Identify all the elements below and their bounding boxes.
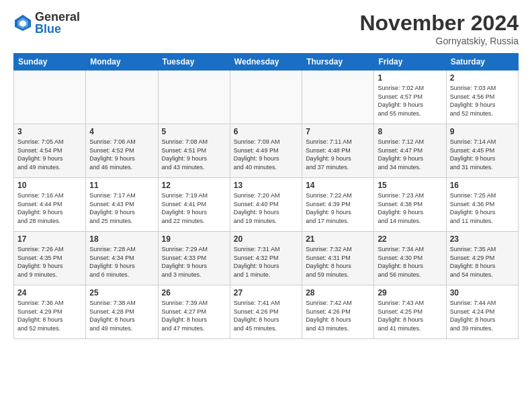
day-info: Sunrise: 7:31 AM Sunset: 4:32 PM Dayligh… (234, 245, 298, 279)
calendar-cell: 22Sunrise: 7:34 AM Sunset: 4:30 PM Dayli… (374, 232, 446, 285)
day-number: 13 (234, 181, 298, 190)
day-number: 1 (378, 73, 442, 83)
calendar-cell: 23Sunrise: 7:35 AM Sunset: 4:29 PM Dayli… (446, 232, 518, 285)
calendar-cell: 30Sunrise: 7:44 AM Sunset: 4:24 PM Dayli… (446, 285, 518, 339)
logo: General Blue (13, 11, 80, 35)
calendar-header-row: SundayMondayTuesdayWednesdayThursdayFrid… (14, 54, 519, 71)
day-info: Sunrise: 7:26 AM Sunset: 4:35 PM Dayligh… (17, 245, 82, 279)
day-info: Sunrise: 7:22 AM Sunset: 4:39 PM Dayligh… (306, 191, 370, 225)
calendar-cell: 26Sunrise: 7:39 AM Sunset: 4:27 PM Dayli… (158, 285, 230, 339)
day-number: 30 (450, 288, 515, 298)
day-info: Sunrise: 7:23 AM Sunset: 4:38 PM Dayligh… (378, 191, 442, 225)
day-number: 28 (306, 288, 370, 298)
day-info: Sunrise: 7:34 AM Sunset: 4:30 PM Dayligh… (378, 245, 442, 279)
day-number: 25 (89, 288, 154, 298)
day-number: 3 (17, 127, 82, 136)
calendar-week-1: 3Sunrise: 7:05 AM Sunset: 4:54 PM Daylig… (14, 124, 519, 178)
location: Gornyatskiy, Russia (359, 36, 519, 46)
page: General Blue November 2024 Gornyatskiy, … (0, 0, 532, 411)
day-number: 22 (378, 234, 442, 244)
day-info: Sunrise: 7:42 AM Sunset: 4:26 PM Dayligh… (306, 299, 370, 332)
day-number: 21 (306, 234, 370, 244)
calendar-cell: 28Sunrise: 7:42 AM Sunset: 4:26 PM Dayli… (302, 285, 374, 339)
calendar-cell: 7Sunrise: 7:11 AM Sunset: 4:48 PM Daylig… (302, 124, 374, 178)
day-info: Sunrise: 7:05 AM Sunset: 4:54 PM Dayligh… (17, 138, 82, 171)
day-info: Sunrise: 7:11 AM Sunset: 4:48 PM Dayligh… (306, 138, 370, 171)
calendar-cell: 14Sunrise: 7:22 AM Sunset: 4:39 PM Dayli… (302, 178, 374, 232)
day-number: 20 (234, 234, 298, 244)
calendar-cell: 1Sunrise: 7:02 AM Sunset: 4:57 PM Daylig… (374, 71, 446, 124)
day-info: Sunrise: 7:43 AM Sunset: 4:25 PM Dayligh… (378, 299, 442, 332)
day-number: 17 (17, 234, 82, 244)
day-header-wednesday: Wednesday (230, 54, 302, 71)
day-info: Sunrise: 7:09 AM Sunset: 4:49 PM Dayligh… (234, 138, 298, 171)
day-info: Sunrise: 7:32 AM Sunset: 4:31 PM Dayligh… (306, 245, 370, 279)
day-number: 10 (17, 181, 82, 190)
day-header-saturday: Saturday (446, 54, 518, 71)
calendar-cell: 9Sunrise: 7:14 AM Sunset: 4:45 PM Daylig… (446, 124, 518, 178)
calendar-week-2: 10Sunrise: 7:16 AM Sunset: 4:44 PM Dayli… (14, 178, 519, 232)
day-number: 14 (306, 181, 370, 190)
calendar-cell: 5Sunrise: 7:08 AM Sunset: 4:51 PM Daylig… (158, 124, 230, 178)
day-info: Sunrise: 7:03 AM Sunset: 4:56 PM Dayligh… (450, 84, 515, 118)
day-number: 15 (378, 181, 442, 190)
day-number: 9 (450, 127, 515, 136)
calendar-cell: 2Sunrise: 7:03 AM Sunset: 4:56 PM Daylig… (446, 71, 518, 124)
day-number: 24 (17, 288, 82, 298)
calendar-cell: 25Sunrise: 7:38 AM Sunset: 4:28 PM Dayli… (86, 285, 158, 339)
day-info: Sunrise: 7:25 AM Sunset: 4:36 PM Dayligh… (450, 191, 515, 225)
calendar-cell: 29Sunrise: 7:43 AM Sunset: 4:25 PM Dayli… (374, 285, 446, 339)
day-number: 12 (162, 181, 226, 190)
calendar-week-3: 17Sunrise: 7:26 AM Sunset: 4:35 PM Dayli… (14, 232, 519, 285)
calendar-cell: 18Sunrise: 7:28 AM Sunset: 4:34 PM Dayli… (86, 232, 158, 285)
day-info: Sunrise: 7:35 AM Sunset: 4:29 PM Dayligh… (450, 245, 515, 279)
title-block: November 2024 Gornyatskiy, Russia (359, 11, 519, 46)
calendar-cell (158, 71, 230, 124)
day-info: Sunrise: 7:38 AM Sunset: 4:28 PM Dayligh… (89, 299, 154, 332)
day-info: Sunrise: 7:39 AM Sunset: 4:27 PM Dayligh… (162, 299, 226, 332)
calendar-cell (14, 71, 86, 124)
day-number: 23 (450, 234, 515, 244)
day-number: 29 (378, 288, 442, 298)
day-number: 11 (89, 181, 154, 190)
day-info: Sunrise: 7:08 AM Sunset: 4:51 PM Dayligh… (162, 138, 226, 171)
day-info: Sunrise: 7:06 AM Sunset: 4:52 PM Dayligh… (89, 138, 154, 171)
logo-blue: Blue (35, 23, 80, 35)
day-info: Sunrise: 7:20 AM Sunset: 4:40 PM Dayligh… (234, 191, 298, 225)
day-header-thursday: Thursday (302, 54, 374, 71)
calendar-cell: 16Sunrise: 7:25 AM Sunset: 4:36 PM Dayli… (446, 178, 518, 232)
day-header-sunday: Sunday (14, 54, 86, 71)
day-header-tuesday: Tuesday (158, 54, 230, 71)
calendar: SundayMondayTuesdayWednesdayThursdayFrid… (13, 53, 519, 339)
day-number: 4 (89, 127, 154, 136)
day-info: Sunrise: 7:14 AM Sunset: 4:45 PM Dayligh… (450, 138, 515, 171)
day-info: Sunrise: 7:02 AM Sunset: 4:57 PM Dayligh… (378, 84, 442, 118)
day-info: Sunrise: 7:17 AM Sunset: 4:43 PM Dayligh… (89, 191, 154, 225)
calendar-cell (230, 71, 302, 124)
calendar-cell: 3Sunrise: 7:05 AM Sunset: 4:54 PM Daylig… (14, 124, 86, 178)
logo-text: General Blue (35, 11, 80, 35)
day-info: Sunrise: 7:44 AM Sunset: 4:24 PM Dayligh… (450, 299, 515, 332)
calendar-cell: 27Sunrise: 7:41 AM Sunset: 4:26 PM Dayli… (230, 285, 302, 339)
day-number: 2 (450, 73, 515, 83)
calendar-week-0: 1Sunrise: 7:02 AM Sunset: 4:57 PM Daylig… (14, 71, 519, 124)
day-info: Sunrise: 7:41 AM Sunset: 4:26 PM Dayligh… (234, 299, 298, 332)
day-number: 5 (162, 127, 226, 136)
calendar-cell: 13Sunrise: 7:20 AM Sunset: 4:40 PM Dayli… (230, 178, 302, 232)
day-info: Sunrise: 7:12 AM Sunset: 4:47 PM Dayligh… (378, 138, 442, 171)
logo-icon (13, 13, 32, 32)
calendar-week-4: 24Sunrise: 7:36 AM Sunset: 4:29 PM Dayli… (14, 285, 519, 339)
day-number: 7 (306, 127, 370, 136)
day-info: Sunrise: 7:28 AM Sunset: 4:34 PM Dayligh… (89, 245, 154, 279)
day-number: 26 (162, 288, 226, 298)
month-title: November 2024 (359, 11, 519, 36)
calendar-cell: 6Sunrise: 7:09 AM Sunset: 4:49 PM Daylig… (230, 124, 302, 178)
day-info: Sunrise: 7:36 AM Sunset: 4:29 PM Dayligh… (17, 299, 82, 332)
day-number: 8 (378, 127, 442, 136)
day-header-monday: Monday (86, 54, 158, 71)
calendar-cell: 4Sunrise: 7:06 AM Sunset: 4:52 PM Daylig… (86, 124, 158, 178)
day-number: 18 (89, 234, 154, 244)
day-number: 6 (234, 127, 298, 136)
calendar-cell: 17Sunrise: 7:26 AM Sunset: 4:35 PM Dayli… (14, 232, 86, 285)
day-header-friday: Friday (374, 54, 446, 71)
